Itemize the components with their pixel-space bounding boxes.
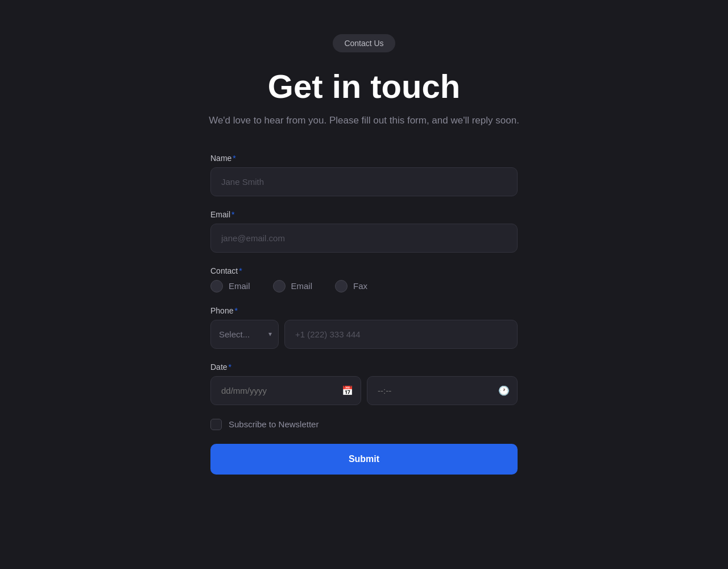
email-required: *	[231, 210, 234, 219]
name-required: *	[233, 154, 235, 163]
date-input-wrapper: 📅	[210, 376, 361, 405]
submit-button[interactable]: Submit	[210, 444, 518, 475]
time-input-wrapper: 🕐	[367, 376, 518, 405]
contact-required: *	[239, 266, 242, 275]
date-required: *	[229, 362, 231, 372]
name-field-group: Name*	[210, 154, 518, 196]
name-input[interactable]	[210, 167, 518, 196]
newsletter-row: Subscribe to Newsletter	[210, 419, 518, 430]
radio-circle-3	[335, 280, 348, 292]
contact-label: Contact*	[210, 266, 518, 275]
newsletter-label: Subscribe to Newsletter	[229, 419, 318, 429]
radio-label-1: Email	[229, 281, 250, 291]
phone-label: Phone*	[210, 306, 518, 315]
contact-form: Name* Email* Contact* Email Email Fax	[210, 154, 518, 475]
phone-country-select[interactable]: Select...	[210, 320, 279, 349]
date-input[interactable]	[210, 376, 361, 405]
contact-option-fax[interactable]: Fax	[335, 280, 367, 292]
newsletter-checkbox[interactable]	[210, 419, 222, 430]
email-field-group: Email*	[210, 210, 518, 253]
phone-input[interactable]	[284, 320, 518, 349]
contact-radio-group: Email Email Fax	[210, 280, 518, 292]
email-input[interactable]	[210, 224, 518, 253]
contact-option-email2[interactable]: Email	[273, 280, 313, 292]
contact-field-group: Contact* Email Email Fax	[210, 266, 518, 292]
contact-option-email1[interactable]: Email	[210, 280, 250, 292]
radio-label-3: Fax	[353, 281, 367, 291]
date-label: Date*	[210, 362, 518, 372]
page-subheading: We'd love to hear from you. Please fill …	[209, 115, 519, 126]
contact-badge: Contact Us	[333, 34, 395, 52]
radio-circle-2	[273, 280, 286, 292]
date-row: 📅 🕐	[210, 376, 518, 405]
phone-select-wrapper: Select... ▾	[210, 320, 279, 349]
radio-label-2: Email	[291, 281, 313, 291]
phone-row: Select... ▾	[210, 320, 518, 349]
phone-field-group: Phone* Select... ▾	[210, 306, 518, 349]
phone-required: *	[234, 306, 237, 315]
page-heading: Get in touch	[268, 68, 460, 105]
email-label: Email*	[210, 210, 518, 219]
radio-circle-1	[210, 280, 223, 292]
date-field-group: Date* 📅 🕐	[210, 362, 518, 405]
time-input[interactable]	[367, 376, 518, 405]
name-label: Name*	[210, 154, 518, 163]
